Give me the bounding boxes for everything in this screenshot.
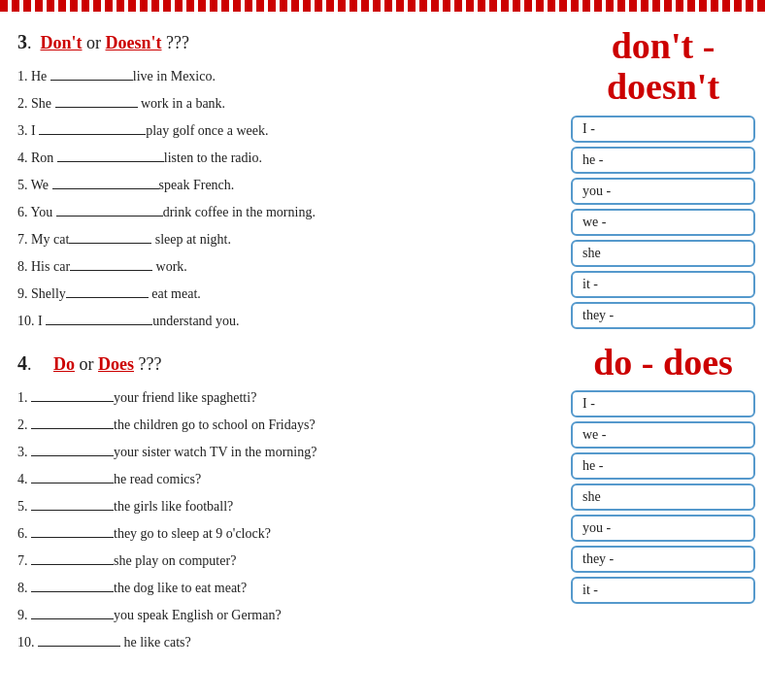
- q4-4: 4. he read comics?: [17, 466, 544, 493]
- box2-you: you -: [571, 515, 755, 542]
- box-he: he -: [571, 147, 755, 174]
- box-she: she: [571, 240, 755, 267]
- do-link[interactable]: Do: [53, 354, 75, 374]
- q3-7: 7. My cat sleep at night.: [17, 226, 544, 253]
- section4-qqq: ???: [139, 354, 162, 374]
- q4-10: 10. he like cats?: [17, 629, 544, 656]
- box2-she: she: [571, 483, 755, 511]
- q4-1: 1. your friend like spaghetti?: [17, 384, 544, 412]
- box-I: I -: [571, 116, 755, 143]
- box-you: you -: [571, 178, 755, 205]
- section3-list: 1. He live in Mexico. 2. She work in a b…: [17, 63, 544, 335]
- section4-header: 4. Do or Does ???: [17, 352, 544, 375]
- section3-qqq: ???: [166, 33, 189, 52]
- q4-7: 7. she play on computer?: [17, 548, 544, 575]
- section4-list: 1. your friend like spaghetti? 2. the ch…: [17, 384, 544, 656]
- q3-2: 2. She work in a bank.: [17, 90, 544, 117]
- box-it: it -: [571, 271, 755, 298]
- box2-they: they -: [571, 546, 755, 573]
- q3-3: 3. I play golf once a week.: [17, 117, 544, 145]
- q4-9: 9. you speak English or German?: [17, 602, 544, 629]
- box2-it: it -: [571, 577, 755, 604]
- top-border: [0, 0, 765, 12]
- section3-header: 3. Don't or Doesn't ???: [17, 31, 544, 53]
- q3-9: 9. Shelly eat meat.: [17, 281, 544, 308]
- box2-he: he -: [571, 452, 755, 480]
- q3-8: 8. His car work.: [17, 253, 544, 281]
- dont-doesnt-title: don't - doesn't: [571, 26, 755, 108]
- section4-or: or: [80, 354, 99, 374]
- section3: 3. Don't or Doesn't ??? 1. He live in Me…: [17, 31, 544, 335]
- section3-number: 3: [17, 31, 27, 52]
- box2-I: I -: [571, 390, 755, 417]
- doesnt-link[interactable]: Doesn't: [106, 33, 162, 52]
- section4-number: 4: [17, 352, 27, 374]
- q3-1: 1. He live in Mexico.: [17, 63, 544, 90]
- box-they: they -: [571, 302, 755, 329]
- section4: 4. Do or Does ??? 1. your friend like sp…: [17, 352, 544, 656]
- main-container: 3. Don't or Doesn't ??? 1. He live in Me…: [0, 12, 765, 693]
- q4-5: 5. the girls like football?: [17, 493, 544, 520]
- does-link[interactable]: Does: [98, 354, 134, 374]
- q4-8: 8. the dog like to eat meat?: [17, 575, 544, 602]
- q4-6: 6. they go to sleep at 9 o'clock?: [17, 520, 544, 548]
- dont-link[interactable]: Don't: [41, 33, 83, 52]
- q3-4: 4. Ron listen to the radio.: [17, 145, 544, 172]
- box2-we: we -: [571, 421, 755, 449]
- right-section: don't - doesn't I - he - you - we - she …: [561, 21, 765, 683]
- q4-2: 2. the children go to school on Fridays?: [17, 412, 544, 439]
- q3-6: 6. You drink coffee in the morning.: [17, 199, 544, 226]
- q3-5: 5. We speak French.: [17, 172, 544, 199]
- do-does-title: do - does: [571, 343, 755, 383]
- box-we: we -: [571, 209, 755, 236]
- q3-10: 10. I understand you.: [17, 308, 544, 335]
- left-section: 3. Don't or Doesn't ??? 1. He live in Me…: [0, 21, 561, 683]
- boxes-group1: I - he - you - we - she it - they -: [571, 116, 755, 329]
- q4-3: 3. your sister watch TV in the morning?: [17, 439, 544, 466]
- boxes-group2: I - we - he - she you - they - it -: [571, 390, 755, 604]
- section3-or: or: [86, 33, 106, 52]
